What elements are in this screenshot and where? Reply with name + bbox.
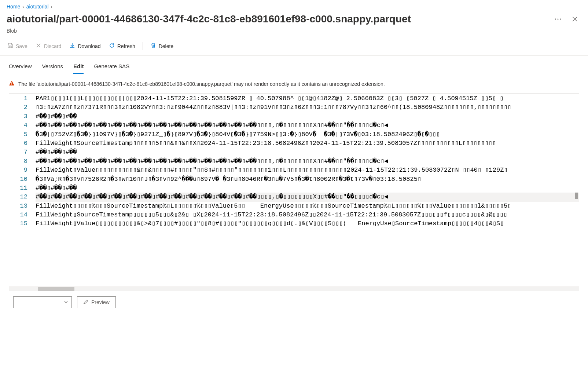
chevron-right-icon: › — [22, 4, 24, 10]
chevron-right-icon: › — [51, 4, 52, 10]
title-row: aiotutorial/part-00001-44686130-347f-4c2… — [0, 12, 588, 28]
preview-label: Preview — [91, 299, 110, 305]
line-number: 1 — [9, 94, 27, 103]
line-number: 14 — [9, 211, 27, 219]
refresh-label: Refresh — [117, 43, 135, 49]
close-icon[interactable] — [568, 12, 581, 26]
code-line[interactable]: PAR1▯▯▯▯1▯▯▯L▯▯▯▯▯▯▯▯▯▯|▯▯▯2024-11-15T22… — [36, 94, 579, 103]
editor-content[interactable]: 123456789101112131415 PAR1▯▯▯▯1▯▯▯L▯▯▯▯▯… — [9, 94, 579, 286]
download-button[interactable]: Download — [69, 41, 101, 51]
code-line[interactable]: FillWeight▯SourceTimestamp▯▯▯▯▯▯5▯▯▯&▯▯&… — [36, 139, 579, 148]
breadcrumb-folder[interactable]: aiotutorial — [26, 4, 49, 10]
delete-button[interactable]: Delete — [150, 41, 174, 51]
line-number: 11 — [9, 184, 27, 193]
svg-point-3 — [11, 84, 12, 85]
line-number: 3 — [9, 112, 27, 121]
preview-button[interactable]: Preview — [77, 296, 116, 308]
pencil-icon — [83, 299, 88, 306]
svg-point-1 — [557, 18, 558, 19]
title-actions — [551, 12, 581, 26]
line-number: 4 — [9, 121, 27, 130]
line-number: 12 — [9, 193, 27, 201]
editor-vscroll[interactable] — [574, 94, 579, 286]
breadcrumb: Home › aiotutorial › — [0, 0, 588, 12]
editor-lines[interactable]: PAR1▯▯▯▯1▯▯▯L▯▯▯▯▯▯▯▯▯▯|▯▯▯2024-11-15T22… — [36, 94, 579, 286]
line-number: 6 — [9, 139, 27, 148]
download-label: Download — [78, 43, 100, 49]
code-line[interactable]: FillWeight▯Value▯▯▯▯▯▯▯▯▯▯▯&▯▯&▯▯▯▯▯#▯▯▯… — [36, 166, 579, 175]
tab-generate-sas[interactable]: Generate SAS — [94, 61, 129, 74]
code-line[interactable]: ▯3:▯zA?Z▯▯▯z▯7371R▯▯▯3▯z▯1082VY▯▯3:▯z▯90… — [36, 103, 579, 112]
editor-hscroll[interactable] — [9, 286, 579, 291]
hscroll-thumb[interactable] — [38, 287, 74, 291]
line-number: 9 — [9, 166, 27, 175]
more-icon[interactable] — [551, 12, 565, 26]
page-subtitle: Blob — [0, 28, 588, 39]
svg-point-2 — [560, 18, 561, 19]
save-label: Save — [16, 43, 27, 49]
line-number: 8 — [9, 157, 27, 166]
save-button[interactable]: Save — [7, 41, 28, 51]
code-line[interactable]: #��▯#��▯#�� — [36, 148, 579, 157]
line-number: 2 — [9, 103, 27, 112]
warning-text: The file 'aiotutorial/part-00001-4468613… — [18, 81, 385, 87]
chevron-down-icon — [63, 299, 69, 306]
code-line[interactable]: #��▯#��▯#�� — [36, 184, 579, 193]
code-line[interactable]: #��▯#��▯#��▯#��▯#��▯#��▯#��▯#��▯#��▯#��▯… — [36, 193, 579, 201]
tab-overview[interactable]: Overview — [9, 61, 32, 74]
discard-label: Discard — [44, 43, 61, 49]
toolbar-separator — [143, 42, 143, 50]
delete-label: Delete — [159, 43, 173, 49]
line-number: 5 — [9, 130, 27, 139]
warning-bar: The file 'aiotutorial/part-00001-4468613… — [0, 74, 588, 93]
code-line[interactable]: �3�|▯752VZ▯�3�}▯1097V}▯�3�}▯9271Z_▯�}▯89… — [36, 130, 579, 139]
tab-edit[interactable]: Edit — [73, 61, 84, 74]
code-line[interactable]: �3▯Va;R▯�3▯v▯7526R2▯�3▯w▯10▯▯J▯�3▯v▯92^�… — [36, 175, 579, 184]
line-number: 7 — [9, 148, 27, 157]
page-title: aiotutorial/part-00001-44686130-347f-4c2… — [7, 13, 548, 25]
refresh-icon — [109, 43, 115, 50]
editor: 123456789101112131415 PAR1▯▯▯▯1▯▯▯L▯▯▯▯▯… — [9, 93, 579, 291]
line-number: 10 — [9, 175, 27, 184]
code-line[interactable]: FillWeight▯▯▯▯▯%▯▯▯SourceTimestamp%▯L▯▯▯… — [36, 202, 579, 211]
tabs: Overview Versions Edit Generate SAS — [0, 56, 588, 74]
code-line[interactable]: #��▯#��▯#��▯#��▯#��▯#��▯#��▯#��▯#��▯#��▯… — [36, 121, 579, 130]
svg-point-0 — [555, 18, 556, 19]
language-select[interactable] — [13, 296, 72, 308]
download-icon — [69, 43, 75, 50]
breadcrumb-home[interactable]: Home — [7, 4, 20, 10]
tab-versions[interactable]: Versions — [42, 61, 63, 74]
line-number: 13 — [9, 202, 27, 211]
code-line[interactable]: FillWeight▯Value▯▯▯▯▯▯▯▯▯▯▯&▯>&▯7▯▯▯▯#▯▯… — [36, 219, 579, 228]
code-line[interactable]: #��▯#��▯#�� — [36, 112, 579, 121]
vscroll-marker — [575, 193, 578, 199]
discard-button[interactable]: Discard — [35, 41, 62, 51]
editor-footer: Preview — [0, 291, 588, 313]
delete-icon — [150, 43, 156, 50]
line-number: 15 — [9, 219, 27, 228]
refresh-button[interactable]: Refresh — [108, 41, 136, 51]
save-icon — [7, 43, 13, 50]
discard-icon — [36, 43, 41, 50]
code-line[interactable]: #��▯#��▯#��▯#��▯#��▯#��▯#��▯#��▯#��▯#��▯… — [36, 157, 579, 166]
editor-gutter: 123456789101112131415 — [9, 94, 36, 286]
code-line[interactable]: FillWeight▯SourceTimestamp▯▯▯▯▯▯5▯▯▯&▯2&… — [36, 211, 579, 219]
warning-icon — [9, 80, 15, 87]
toolbar: Save Discard Download Refresh Delete — [0, 39, 588, 56]
